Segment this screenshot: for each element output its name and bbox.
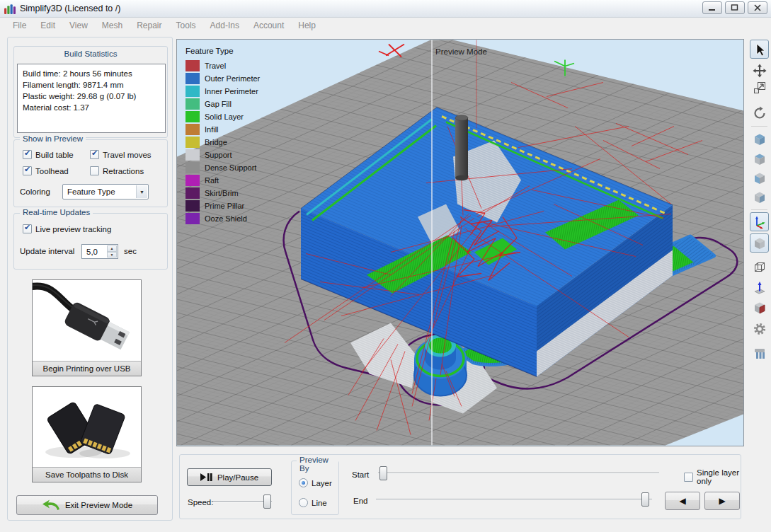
legend-swatch — [185, 175, 200, 186]
play-pause-button[interactable]: Play/Pause — [187, 468, 272, 486]
toolbar-separator — [751, 126, 767, 127]
minimize-button[interactable] — [702, 1, 722, 14]
build-statistics-group: Build Statistics Build time: 2 hours 56 … — [13, 46, 168, 138]
preview-3d-scene[interactable] — [177, 40, 743, 446]
back-arrow-icon — [42, 499, 60, 511]
speed-label: Speed: — [188, 498, 213, 507]
start-layer-slider[interactable] — [378, 466, 659, 480]
sd-cards-image — [33, 387, 141, 466]
right-toolbar — [748, 35, 771, 521]
legend-swatch — [185, 60, 200, 71]
legend-swatch — [185, 162, 200, 173]
tool-rotate[interactable] — [750, 103, 769, 122]
legend-swatch — [185, 124, 200, 135]
end-layer-slider[interactable] — [376, 492, 652, 507]
legend-swatch — [185, 137, 200, 148]
menu-item-tools[interactable]: Tools — [169, 19, 203, 32]
speed-slider[interactable] — [213, 495, 272, 509]
spin-up-icon[interactable]: ▲ — [107, 245, 117, 252]
preview-viewport[interactable]: Feature Type TravelOuter PerimeterInner … — [177, 40, 743, 446]
step-forward-icon: ▶ — [719, 496, 725, 506]
retractions-checkbox[interactable]: Retractions — [90, 166, 144, 175]
travel-moves-checkbox[interactable]: Travel moves — [90, 150, 152, 159]
realtime-updates-title: Real-time Updates — [20, 208, 93, 216]
preview-by-layer-radio[interactable]: Layer — [299, 478, 332, 487]
menu-item-help[interactable]: Help — [291, 19, 323, 32]
build-table-checkbox[interactable]: Build table — [23, 150, 74, 159]
close-button[interactable] — [748, 1, 767, 14]
coloring-value: Feature Type — [67, 187, 115, 196]
tool-coordinate-axes[interactable] — [750, 212, 769, 231]
play-pause-label: Play/Pause — [217, 473, 258, 482]
stat-filament-length: Filament length: 9871.4 mm — [23, 79, 160, 91]
coloring-dropdown[interactable]: Feature Type ▼ — [62, 184, 149, 200]
tool-view-default[interactable] — [750, 129, 769, 149]
save-toolpaths-button[interactable]: Save Toolpaths to Disk — [32, 386, 142, 482]
legend-title: Feature Type — [185, 47, 260, 55]
tool-scale[interactable] — [750, 78, 769, 97]
checkbox-box[interactable] — [23, 224, 32, 233]
toolhead-checkbox[interactable]: Toolhead — [23, 166, 69, 175]
stat-plastic-weight: Plastic weight: 29.68 g (0.07 lb) — [23, 91, 160, 102]
radio-circle[interactable] — [299, 478, 308, 487]
menu-item-mesh[interactable]: Mesh — [95, 19, 130, 32]
checkbox-label: Live preview tracking — [35, 225, 111, 233]
update-interval-value: 5,0 — [86, 248, 98, 256]
radio-circle[interactable] — [299, 498, 308, 507]
simplify3d-window: Simplify3D (Licensed to /) FileEditViewM… — [0, 0, 771, 532]
tool-translate[interactable] — [750, 61, 769, 80]
speed-slider-thumb[interactable] — [263, 495, 271, 509]
begin-printing-usb-button[interactable]: Begin Printing over USB — [32, 279, 142, 376]
maximize-icon — [731, 4, 739, 11]
update-interval-spinbox[interactable]: 5,0 ▲ ▼ — [81, 244, 118, 259]
legend-item: Raft — [185, 174, 260, 187]
legend-label: Inner Perimeter — [205, 87, 258, 96]
legend-label: Skirt/Brim — [205, 189, 239, 197]
checkbox-box[interactable] — [684, 473, 693, 482]
single-layer-checkbox[interactable]: Single layer only — [684, 468, 741, 485]
tool-support-structures[interactable] — [750, 344, 769, 363]
checkbox-box[interactable] — [23, 166, 32, 175]
step-forward-button[interactable]: ▶ — [704, 492, 740, 510]
menu-item-view[interactable]: View — [62, 19, 95, 32]
minimize-icon — [708, 4, 716, 11]
show-in-preview-group: Show in Preview Build table Travel moves… — [13, 139, 168, 207]
window-title: Simplify3D (Licensed to /) — [20, 4, 120, 13]
checkbox-box[interactable] — [90, 150, 99, 159]
step-backward-button[interactable]: ◀ — [665, 492, 700, 510]
tool-surface-normal[interactable] — [750, 278, 769, 297]
menu-item-addins[interactable]: Add-Ins — [203, 19, 246, 32]
live-preview-checkbox[interactable]: Live preview tracking — [23, 224, 111, 233]
exit-button-label: Exit Preview Mode — [65, 501, 132, 509]
legend-item: Inner Perimeter — [185, 85, 260, 98]
maximize-button[interactable] — [725, 1, 745, 14]
build-statistics-title: Build Statistics — [14, 50, 167, 58]
app-logo-icon — [4, 3, 16, 15]
checkbox-label: Travel moves — [103, 151, 152, 159]
tool-view-top[interactable] — [750, 149, 769, 168]
spin-down-icon[interactable]: ▼ — [107, 252, 117, 258]
checkbox-box[interactable] — [23, 150, 32, 159]
checkbox-box[interactable] — [90, 166, 99, 175]
chevron-down-icon[interactable]: ▼ — [136, 185, 147, 198]
menu-item-edit[interactable]: Edit — [33, 19, 62, 32]
start-slider-thumb[interactable] — [379, 466, 387, 480]
tool-machine-control[interactable] — [750, 319, 769, 338]
tool-select-cursor[interactable] — [750, 40, 769, 59]
left-panel: Build Statistics Build time: 2 hours 56 … — [7, 37, 173, 521]
tool-view-front[interactable] — [750, 168, 769, 187]
end-slider-thumb[interactable] — [641, 492, 649, 507]
preview-by-line-radio[interactable]: Line — [299, 498, 327, 507]
toolbar-separator — [751, 209, 767, 210]
tool-view-side[interactable] — [750, 187, 769, 207]
tool-solid-view[interactable] — [750, 233, 769, 253]
menu-item-repair[interactable]: Repair — [130, 19, 169, 32]
close-icon — [753, 4, 762, 11]
exit-preview-mode-button[interactable]: Exit Preview Mode — [16, 495, 158, 515]
menu-item-account[interactable]: Account — [246, 19, 291, 32]
usb-cable-image — [33, 280, 141, 359]
legend-label: Travel — [205, 62, 226, 70]
menu-item-file[interactable]: File — [6, 19, 33, 32]
tool-cross-section[interactable] — [750, 298, 769, 317]
tool-wireframe-view[interactable] — [750, 258, 769, 277]
